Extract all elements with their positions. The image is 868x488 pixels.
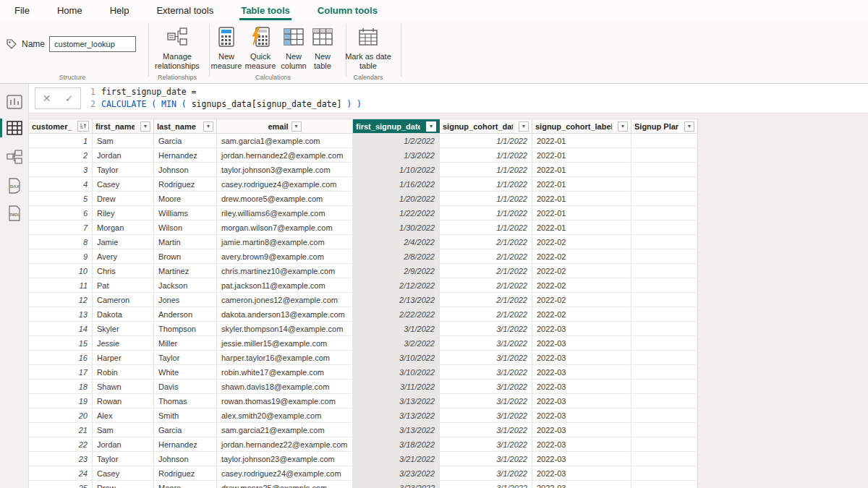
table-cell[interactable]: 2/8/2022 <box>353 249 440 263</box>
table-cell[interactable] <box>631 452 698 466</box>
table-cell[interactable]: jordan.hernandez2@example.com <box>217 148 353 162</box>
table-cell[interactable]: Cameron <box>93 293 154 307</box>
table-cell[interactable]: 3/13/2022 <box>353 423 440 437</box>
table-cell[interactable]: 2022-02 <box>532 249 631 263</box>
table-cell[interactable]: 2/1/2022 <box>440 235 532 249</box>
table-cell[interactable]: 1/1/2022 <box>440 177 532 191</box>
commit-formula-icon[interactable]: ✓ <box>61 93 77 104</box>
table-cell[interactable]: 3/1/2022 <box>440 423 532 437</box>
table-cell[interactable]: jamie.martin8@example.com <box>217 235 353 249</box>
table-cell[interactable]: Avery <box>93 249 154 263</box>
table-cell[interactable]: 1/10/2022 <box>353 163 440 176</box>
table-cell[interactable]: 2022-02 <box>532 278 631 292</box>
table-cell[interactable]: 2022-02 <box>532 293 631 307</box>
mark-as-date-table-button[interactable]: Mark as date table <box>341 25 395 71</box>
filter-dropdown-icon[interactable]: ▼ <box>519 121 529 132</box>
table-cell[interactable]: rowan.thomas19@example.com <box>217 394 353 408</box>
table-cell[interactable]: Rowan <box>93 394 154 408</box>
table-cell[interactable]: 2022-03 <box>532 380 631 393</box>
table-cell[interactable]: cameron.jones12@example.com <box>217 293 353 307</box>
table-cell[interactable]: Casey <box>93 466 154 480</box>
table-cell[interactable] <box>631 278 698 292</box>
table-cell[interactable]: Wilson <box>154 221 217 234</box>
column-header-first_signup_date[interactable]: first_signup_date▼ <box>353 119 440 133</box>
table-cell[interactable]: Pat <box>93 278 154 292</box>
table-cell[interactable]: 2022-01 <box>532 206 631 220</box>
table-cell[interactable] <box>631 336 698 350</box>
table-cell[interactable]: 2022-01 <box>532 221 631 234</box>
table-cell[interactable]: 17 <box>29 365 93 379</box>
table-cell[interactable]: Taylor <box>93 163 154 176</box>
table-cell[interactable]: pat.jackson11@example.com <box>217 278 353 292</box>
sort-ascending-icon[interactable] <box>77 121 89 132</box>
table-cell[interactable]: Taylor <box>93 452 154 466</box>
sidebar-item-model-view[interactable] <box>0 146 29 168</box>
table-cell[interactable]: Smith <box>154 408 217 422</box>
table-cell[interactable]: 2022-03 <box>532 481 631 488</box>
table-cell[interactable]: chris.martinez10@example.com <box>217 264 353 278</box>
table-cell[interactable]: casey.rodriguez24@example.com <box>217 466 353 480</box>
table-cell[interactable]: 3/1/2022 <box>440 365 532 379</box>
table-cell[interactable]: 2022-03 <box>532 408 631 422</box>
table-cell[interactable]: 3/18/2022 <box>353 437 440 451</box>
table-cell[interactable] <box>631 235 698 249</box>
table-cell[interactable]: 3/23/2022 <box>353 481 440 488</box>
table-cell[interactable]: Chris <box>93 264 154 278</box>
new-column-button[interactable]: New column <box>278 25 309 71</box>
table-cell[interactable]: 3/2/2022 <box>353 336 440 350</box>
table-cell[interactable]: riley.williams6@example.com <box>217 206 353 220</box>
table-cell[interactable]: Dakota <box>93 307 154 321</box>
table-cell[interactable]: 2/12/2022 <box>353 278 440 292</box>
table-cell[interactable]: 16 <box>29 351 93 364</box>
table-cell[interactable]: Johnson <box>154 452 217 466</box>
tab-help[interactable]: Help <box>109 2 131 19</box>
table-cell[interactable]: 1/1/2022 <box>440 163 532 176</box>
table-cell[interactable]: Morgan <box>93 221 154 234</box>
sidebar-item-data-view[interactable] <box>0 117 29 139</box>
table-cell[interactable]: 3/1/2022 <box>440 322 532 335</box>
table-cell[interactable]: Rodriguez <box>154 466 217 480</box>
table-cell[interactable]: 12 <box>29 293 93 307</box>
table-cell[interactable]: 3/1/2022 <box>440 394 532 408</box>
table-cell[interactable]: Jones <box>154 293 217 307</box>
table-cell[interactable]: 3 <box>29 163 93 176</box>
table-cell[interactable]: 2022-03 <box>532 394 631 408</box>
table-cell[interactable] <box>631 351 698 364</box>
table-cell[interactable]: Garcia <box>154 134 217 147</box>
table-cell[interactable]: 2022-03 <box>532 452 631 466</box>
table-cell[interactable]: 18 <box>29 380 93 393</box>
filter-dropdown-icon[interactable]: ▼ <box>140 121 150 132</box>
table-cell[interactable]: 1/1/2022 <box>440 206 532 220</box>
filter-dropdown-icon[interactable]: ▼ <box>426 121 436 132</box>
table-cell[interactable]: 2022-03 <box>532 437 631 451</box>
table-cell[interactable]: 7 <box>29 221 93 234</box>
table-cell[interactable]: dakota.anderson13@example.com <box>217 307 353 321</box>
table-cell[interactable]: avery.brown9@example.com <box>217 249 353 263</box>
table-cell[interactable]: 2022-01 <box>532 192 631 205</box>
table-cell[interactable]: 3/1/2022 <box>440 452 532 466</box>
table-cell[interactable]: Hernandez <box>154 148 217 162</box>
table-cell[interactable]: White <box>154 365 217 379</box>
table-cell[interactable] <box>631 423 698 437</box>
table-cell[interactable]: 2/1/2022 <box>440 249 532 263</box>
table-cell[interactable]: Jordan <box>93 148 154 162</box>
filter-dropdown-icon[interactable]: ▼ <box>618 121 628 132</box>
table-cell[interactable]: 4 <box>29 177 93 191</box>
table-cell[interactable]: Rodriguez <box>154 177 217 191</box>
table-cell[interactable]: drew.moore5@example.com <box>217 192 353 205</box>
table-cell[interactable]: 2/13/2022 <box>353 293 440 307</box>
table-cell[interactable]: jordan.hernandez22@example.com <box>217 437 353 451</box>
table-cell[interactable]: Taylor <box>154 351 217 364</box>
table-cell[interactable] <box>631 221 698 234</box>
table-cell[interactable]: 1/1/2022 <box>440 134 532 147</box>
table-cell[interactable]: 9 <box>29 249 93 263</box>
table-cell[interactable]: Thomas <box>154 394 217 408</box>
table-cell[interactable]: 1 <box>29 134 93 147</box>
tab-table-tools[interactable]: Table tools <box>239 2 292 19</box>
table-cell[interactable]: Shawn <box>93 380 154 393</box>
table-cell[interactable]: 3/1/2022 <box>440 437 532 451</box>
table-cell[interactable]: Moore <box>154 192 217 205</box>
table-cell[interactable]: 1/3/2022 <box>353 148 440 162</box>
table-cell[interactable]: Jamie <box>93 235 154 249</box>
table-cell[interactable]: 22 <box>29 437 93 451</box>
